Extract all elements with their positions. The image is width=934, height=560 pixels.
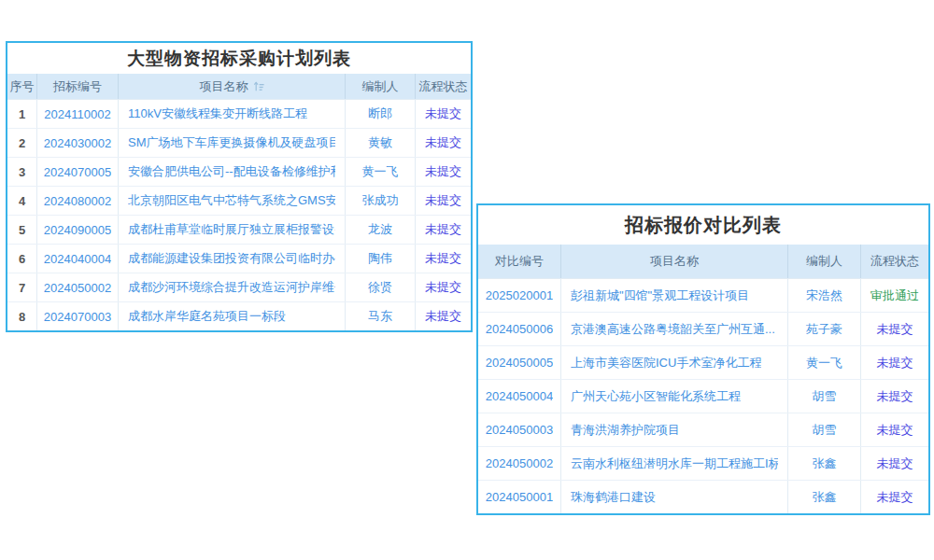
column-header-project-name[interactable]: 项目名称 (118, 74, 345, 99)
status-text: 未提交 (415, 129, 471, 157)
procurement-plan-body: 1 2024110002 110kV安徽线程集变开断线路工程 断郎 未提交 2 … (7, 100, 471, 330)
comparison-number-cell: 2024050003 (478, 413, 560, 446)
bid-number-cell: 2024070005 (36, 158, 118, 186)
comparison-number-link[interactable]: 2025020001 (486, 288, 553, 302)
status-text: 未提交 (860, 481, 928, 513)
compiler-name: 徐贤 (345, 273, 415, 301)
compiler-name: 张鑫 (787, 447, 860, 480)
project-name-cell: 上海市美容医院ICU手术室净化工程 (560, 346, 787, 379)
bid-number-link[interactable]: 2024070003 (44, 310, 111, 324)
bid-number-link[interactable]: 2024090005 (44, 223, 111, 237)
column-header-index: 序号 (7, 74, 36, 99)
project-name-cell: 珠海鹤港口建设 (560, 481, 787, 513)
procurement-plan-header-row: 序号 招标编号 项目名称 编制人 流程状态 (7, 74, 471, 100)
status-text: 未提交 (415, 273, 471, 301)
project-name-link[interactable]: 珠海鹤港口建设 (571, 489, 656, 506)
project-name-cell: 彭祖新城"四馆"景观工程设计项目 (560, 279, 787, 312)
status-text: 未提交 (860, 313, 928, 345)
table-row: 3 2024070005 安徽合肥供电公司--配电设备检修维护和改造 黄一飞 未… (7, 157, 471, 186)
bid-number-link[interactable]: 2024110002 (44, 107, 110, 121)
status-text: 未提交 (860, 447, 928, 480)
row-index: 5 (7, 216, 36, 244)
bid-number-link[interactable]: 2024050002 (44, 281, 111, 295)
project-name-cell: 成都沙河环境综合提升改造运河护岸维修改造 (118, 273, 345, 301)
procurement-plan-title: 大型物资招标采购计划列表 (7, 43, 471, 74)
project-name-link[interactable]: 京港澳高速公路粤境韶关至广州互通... (571, 321, 775, 338)
project-name-cell: 安徽合肥供电公司--配电设备检修维护和改造 (118, 158, 345, 186)
column-header-status: 流程状态 (415, 74, 471, 99)
bid-number-cell: 2024030002 (36, 129, 118, 157)
project-name-cell: 110kV安徽线程集变开断线路工程 (118, 100, 345, 128)
comparison-number-link[interactable]: 2024050004 (486, 389, 553, 403)
project-name-link[interactable]: 成都沙河环境综合提升改造运河护岸维修改造 (128, 279, 335, 296)
table-row: 5 2024090005 成都杜甫草堂临时展厅独立展柜报警设备安装... 龙波 … (7, 215, 471, 244)
status-text: 未提交 (415, 302, 471, 330)
sort-icon[interactable] (253, 81, 264, 92)
procurement-plan-panel: 大型物资招标采购计划列表 序号 招标编号 项目名称 编制人 流程状态 1 202… (6, 41, 473, 332)
comparison-number-link[interactable]: 2024050003 (486, 423, 553, 437)
status-text: 未提交 (415, 216, 471, 244)
bid-number-link[interactable]: 2024070005 (44, 165, 111, 179)
compiler-name: 张成功 (345, 187, 415, 215)
project-name-link[interactable]: 成都杜甫草堂临时展厅独立展柜报警设备安装... (128, 221, 335, 238)
bid-number-cell: 2024110002 (36, 100, 118, 128)
comparison-number-cell: 2024050004 (478, 380, 560, 413)
project-name-link[interactable]: 云南水利枢纽潜明水库一期工程施工I标 (571, 455, 778, 472)
table-row: 2024050003 青海洪湖养护院项目 胡雪 未提交 (478, 413, 928, 446)
row-index: 7 (7, 273, 36, 301)
bid-number-cell: 2024040004 (36, 245, 118, 273)
compiler-name: 马东 (345, 302, 415, 330)
comparison-number-cell: 2024050002 (478, 447, 560, 480)
column-header-project-name: 项目名称 (560, 245, 787, 278)
bid-number-link[interactable]: 2024080002 (44, 194, 111, 208)
bid-number-cell: 2024080002 (36, 187, 118, 215)
bid-number-cell: 2024050002 (36, 273, 118, 301)
status-text: 未提交 (415, 100, 471, 128)
project-name-link[interactable]: 上海市美容医院ICU手术室净化工程 (571, 355, 761, 371)
compiler-name: 苑子豪 (787, 313, 860, 345)
bid-number-cell: 2024070003 (36, 302, 118, 330)
table-row: 2024050004 广州天心苑小区智能化系统工程 胡雪 未提交 (478, 379, 928, 413)
quote-comparison-header-row: 对比编号 项目名称 编制人 流程状态 (478, 245, 928, 279)
project-name-link[interactable]: 成都水岸华庭名苑项目一标段 (128, 308, 286, 325)
column-header-compiler: 编制人 (345, 74, 415, 99)
comparison-number-cell: 2024050001 (478, 481, 560, 513)
bid-number-link[interactable]: 2024040004 (44, 252, 111, 266)
comparison-number-link[interactable]: 2024050005 (486, 356, 553, 370)
project-name-link[interactable]: 成都能源建设集团投资有限公司临时办公场所... (128, 250, 335, 267)
project-name-link[interactable]: SM广场地下车库更换摄像机及硬盘项目 (128, 134, 335, 151)
table-row: 8 2024070003 成都水岸华庭名苑项目一标段 马东 未提交 (7, 301, 471, 330)
project-name-link[interactable]: 北京朝阳区电气中芯特气系统之GMS安装 (128, 192, 335, 209)
compiler-name: 黄一飞 (787, 346, 860, 379)
status-text: 审批通过 (860, 279, 928, 312)
project-name-link[interactable]: 彭祖新城"四馆"景观工程设计项目 (571, 287, 749, 304)
project-name-cell: 成都能源建设集团投资有限公司临时办公场所... (118, 245, 345, 273)
table-row: 2024050005 上海市美容医院ICU手术室净化工程 黄一飞 未提交 (478, 345, 928, 379)
table-row: 2025020001 彭祖新城"四馆"景观工程设计项目 宋浩然 审批通过 (478, 279, 928, 312)
comparison-number-link[interactable]: 2024050006 (486, 322, 553, 336)
compiler-name: 龙波 (345, 216, 415, 244)
status-text: 未提交 (415, 187, 471, 215)
status-text: 未提交 (415, 245, 471, 273)
status-text: 未提交 (860, 413, 928, 446)
comparison-number-cell: 2024050006 (478, 313, 560, 345)
column-header-bid-number: 招标编号 (36, 74, 118, 99)
project-name-cell: 京港澳高速公路粤境韶关至广州互通... (560, 313, 787, 345)
project-name-link[interactable]: 青海洪湖养护院项目 (571, 422, 680, 439)
project-name-cell: 成都水岸华庭名苑项目一标段 (118, 302, 345, 330)
bid-number-link[interactable]: 2024030002 (44, 136, 111, 150)
comparison-number-link[interactable]: 2024050001 (486, 490, 553, 504)
comparison-number-cell: 2025020001 (478, 279, 560, 312)
compiler-name: 张鑫 (787, 481, 860, 513)
compiler-name: 胡雪 (787, 413, 860, 446)
comparison-number-link[interactable]: 2024050002 (486, 456, 553, 470)
compiler-name: 黄敏 (345, 129, 415, 157)
project-name-link[interactable]: 110kV安徽线程集变开断线路工程 (128, 105, 307, 122)
project-name-link[interactable]: 广州天心苑小区智能化系统工程 (571, 388, 741, 405)
row-index: 6 (7, 245, 36, 273)
quote-comparison-body: 2025020001 彭祖新城"四馆"景观工程设计项目 宋浩然 审批通过 202… (478, 279, 928, 513)
project-name-cell: SM广场地下车库更换摄像机及硬盘项目 (118, 129, 345, 157)
table-row: 4 2024080002 北京朝阳区电气中芯特气系统之GMS安装 张成功 未提交 (7, 186, 471, 215)
status-text: 未提交 (860, 380, 928, 413)
project-name-link[interactable]: 安徽合肥供电公司--配电设备检修维护和改造 (128, 163, 335, 180)
